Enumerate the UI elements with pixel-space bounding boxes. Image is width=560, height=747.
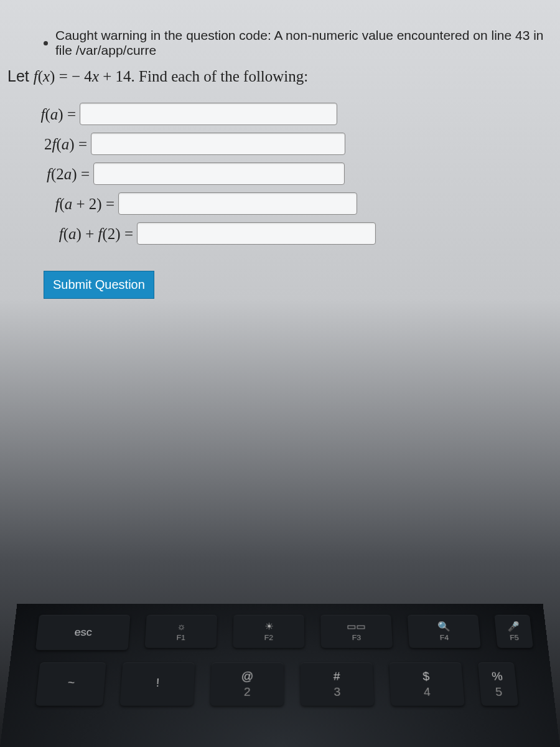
answer-row-f2a: f(2a) = [25, 162, 554, 185]
key-5-top: % [491, 670, 503, 683]
answer-row-fa2: f(a + 2) = [25, 192, 554, 215]
key-1: ! [120, 662, 195, 705]
input-2fa[interactable] [91, 133, 345, 155]
key-f5-label: F5 [510, 634, 520, 642]
label-fa2: f(a + 2) = [25, 195, 118, 213]
key-4-top: $ [422, 670, 430, 683]
key-tilde: ~ [35, 662, 106, 705]
input-f2a[interactable] [93, 162, 345, 185]
q-eq: = − 4 [55, 68, 91, 85]
submit-button[interactable]: Submit Question [44, 271, 154, 299]
key-2: @ 2 [210, 662, 284, 705]
key-tilde-top: ~ [67, 676, 75, 689]
answer-row-2fa: 2f(a) = [25, 133, 554, 155]
key-1-top: ! [156, 676, 160, 689]
label-faf2: f(a) + f(2) = [25, 225, 137, 243]
key-3-bot: 3 [334, 685, 340, 698]
input-fa2[interactable] [118, 192, 357, 215]
answer-row-fa: f(a) = [25, 103, 554, 125]
answer-row-faf2: f(a) + f(2) = [25, 222, 554, 245]
key-2-top: @ [241, 670, 254, 683]
key-f4-label: F4 [439, 634, 449, 642]
label-fa: f(a) = [25, 105, 80, 123]
mic-icon: 🎤 [506, 621, 520, 632]
key-2-bot: 2 [244, 685, 251, 698]
key-3-top: # [334, 670, 340, 683]
key-5: % 5 [478, 662, 518, 705]
q-fn: f [34, 68, 38, 85]
key-4: $ 4 [389, 662, 464, 705]
key-4-bot: 4 [423, 685, 431, 698]
label-f2a: f(2a) = [25, 165, 93, 183]
brightness-up-icon: ☀ [264, 621, 273, 632]
physical-keyboard: esc ☼ F1 ☀ F2 ▭▭ F3 🔍 F4 🎤 F5 ~ ! @ [0, 604, 560, 747]
q-rest: + 14. Find each of the following: [99, 68, 308, 85]
search-icon: 🔍 [437, 621, 450, 632]
q-prefix: Let [7, 67, 34, 85]
brightness-down-icon: ☼ [177, 621, 187, 632]
key-f3-label: F3 [352, 634, 362, 642]
key-5-bot: 5 [495, 685, 503, 698]
q-paren: ( [38, 68, 43, 85]
key-f2: ☀ F2 [233, 615, 304, 648]
question-prompt: Let f(x) = − 4x + 14. Find each of the f… [7, 67, 554, 85]
key-3: # 3 [301, 662, 375, 705]
q-arg: x [43, 68, 50, 85]
warning-message: Caught warning in the question code: A n… [44, 28, 554, 58]
key-f4: 🔍 F4 [408, 615, 481, 648]
key-f1-label: F1 [176, 633, 185, 641]
key-esc-label: esc [74, 626, 93, 638]
key-esc: esc [35, 615, 130, 651]
key-f2-label: F2 [264, 634, 274, 642]
input-faf2[interactable] [137, 222, 376, 245]
key-f5: 🎤 F5 [494, 615, 533, 648]
warning-text: Caught warning in the question code: A n… [55, 28, 554, 58]
label-2fa: 2f(a) = [25, 135, 91, 153]
answer-rows: f(a) = 2f(a) = f(2a) = f(a + 2) = f(a) +… [25, 103, 554, 245]
input-fa[interactable] [80, 103, 337, 125]
q-var2: x [92, 68, 99, 85]
key-f1: ☼ F1 [145, 615, 217, 648]
key-f3: ▭▭ F3 [320, 615, 393, 648]
bullet-icon [44, 41, 48, 45]
mission-control-icon: ▭▭ [347, 621, 366, 632]
